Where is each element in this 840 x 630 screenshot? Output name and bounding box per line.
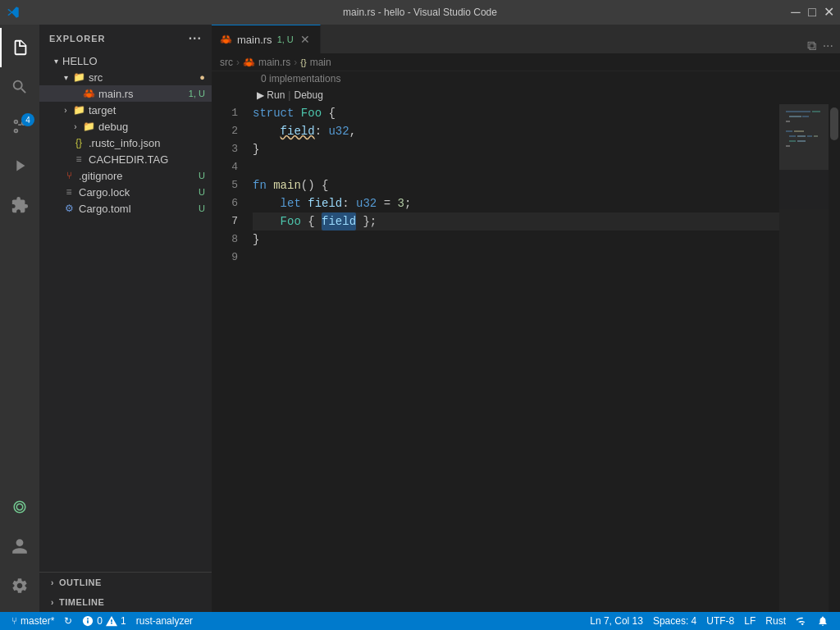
- folder-hello-label: HELLO: [62, 55, 212, 67]
- activity-settings[interactable]: [0, 566, 39, 605]
- tab-bar-actions: ⧉ ···: [801, 39, 840, 53]
- tree-item-cargo-lock[interactable]: › ≡ Cargo.lock U: [39, 184, 212, 200]
- folder-icon: 📁: [72, 103, 85, 116]
- branch-name: master*: [21, 615, 54, 627]
- code-line-2: field : u32 ,: [253, 122, 779, 140]
- bell-icon: [817, 615, 829, 627]
- outline-section[interactable]: › OUTLINE: [39, 573, 212, 592]
- status-position[interactable]: Ln 7, Col 13: [585, 612, 648, 630]
- encoding-label: UTF-8: [706, 615, 734, 627]
- minimap: [779, 104, 829, 612]
- timeline-section[interactable]: › TIMELINE: [39, 592, 212, 612]
- line-num-4: 4: [212, 158, 246, 176]
- more-actions-button[interactable]: ···: [823, 39, 833, 53]
- tree-item-rustc-info[interactable]: › {} .rustc_info.json: [39, 135, 212, 151]
- activity-extensions[interactable]: [0, 185, 39, 225]
- sidebar-more-button[interactable]: ···: [189, 31, 202, 46]
- line-numbers: 1 2 3 4 5 6 7 8 9: [212, 104, 253, 612]
- warning-count: 1: [121, 615, 126, 627]
- maximize-button[interactable]: □: [807, 7, 817, 17]
- code-line-4: [253, 158, 779, 176]
- tree-item-hello[interactable]: ▾ HELLO: [39, 52, 212, 69]
- timeline-label: TIMELINE: [59, 597, 104, 607]
- code-editor[interactable]: 1 2 3 4 5 6 7 8 9 struct Foo {: [212, 104, 840, 612]
- cargo-toml-badge: U: [199, 203, 205, 213]
- scrollbar-thumb[interactable]: [830, 107, 838, 140]
- split-editor-button[interactable]: ⧉: [807, 39, 816, 53]
- line-num-5: 5: [212, 176, 246, 194]
- type-foo: Foo: [301, 104, 322, 122]
- breadcrumb-sep1: ›: [236, 57, 240, 68]
- status-branch[interactable]: ⑂ master*: [7, 612, 59, 630]
- breadcrumb-symbol[interactable]: {} main: [300, 57, 331, 68]
- status-language-server[interactable]: rust-analyzer: [131, 612, 198, 630]
- search-icon: [11, 78, 29, 96]
- cargo-lock-label: Cargo.lock: [79, 186, 199, 199]
- debug-folder-label: debug: [98, 121, 212, 133]
- status-errors-warnings[interactable]: 0 1: [77, 612, 130, 630]
- breadcrumb-file[interactable]: 🦀 main.rs: [243, 57, 290, 68]
- minimize-button[interactable]: ─: [791, 7, 801, 17]
- tab-main-rs[interactable]: 🦀 main.rs 1, U ✕: [212, 25, 321, 53]
- main-rs-label: main.rs: [98, 88, 189, 100]
- source-control-badge: 4: [21, 113, 34, 126]
- tree-item-cargo-toml[interactable]: › ⚙ Cargo.toml U: [39, 200, 212, 217]
- scrollbar[interactable]: [829, 104, 840, 612]
- folder-icon: 📁: [72, 71, 85, 84]
- activity-explorer[interactable]: [0, 28, 39, 67]
- cargo-lock-badge: U: [199, 187, 205, 197]
- field-ident-squiggly: field: [281, 122, 315, 140]
- chevron-right-icon: ›: [59, 103, 72, 116]
- activity-source-control[interactable]: 4: [0, 107, 39, 146]
- breadcrumb-symbol-label: main: [310, 57, 331, 68]
- tab-close-button[interactable]: ✕: [299, 33, 312, 46]
- tree-item-gitignore[interactable]: › ⑂ .gitignore U: [39, 167, 212, 184]
- code-line-9: [253, 249, 779, 267]
- line-num-6: 6: [212, 194, 246, 212]
- status-notifications[interactable]: [812, 612, 833, 630]
- tree-item-cachedir[interactable]: › ≡ CACHEDIR.TAG: [39, 151, 212, 167]
- spaces-label: Spaces: 4: [653, 615, 696, 627]
- src-dirty-badge: ●: [199, 72, 205, 82]
- titlebar: main.rs - hello - Visual Studio Code ─ □…: [0, 0, 840, 25]
- keyword-struct: struct: [253, 104, 294, 122]
- status-spaces[interactable]: Spaces: 4: [648, 612, 701, 630]
- activity-search[interactable]: [0, 67, 39, 107]
- line-ending-label: LF: [744, 615, 756, 627]
- run-button[interactable]: ▶ Run: [257, 89, 285, 101]
- activity-run-debug[interactable]: [0, 146, 39, 185]
- run-debug-separator: |: [288, 89, 290, 101]
- tree-item-debug[interactable]: › 📁 debug: [39, 118, 212, 135]
- tree-item-src[interactable]: ▾ 📁 src ●: [39, 69, 212, 85]
- rust-tab-icon: 🦀: [220, 34, 232, 45]
- code-content[interactable]: struct Foo { field : u32 , }: [253, 104, 779, 612]
- status-encoding[interactable]: UTF-8: [701, 612, 739, 630]
- folder-icon: 📁: [82, 120, 95, 133]
- type-u32: u32: [328, 122, 349, 140]
- fn-name-main: main: [273, 176, 301, 194]
- run-debug-bar: ▶ Run | Debug: [212, 86, 840, 104]
- field-ident-let: field: [308, 194, 342, 212]
- cache-icon: ≡: [72, 153, 85, 166]
- debug-button[interactable]: Debug: [294, 89, 322, 101]
- tree-item-target[interactable]: › 📁 target: [39, 102, 212, 118]
- status-sync[interactable]: ↻: [59, 612, 77, 630]
- account-icon: [11, 537, 29, 555]
- status-remote-icon[interactable]: [791, 612, 812, 630]
- breadcrumb-src[interactable]: src: [220, 57, 233, 68]
- rust-file-icon: 🦀: [82, 87, 95, 100]
- tree-item-main-rs[interactable]: › 🦀 main.rs 1, U: [39, 85, 212, 102]
- sidebar-bottom: › OUTLINE › TIMELINE: [39, 572, 212, 612]
- code-line-5: fn main () {: [253, 176, 779, 194]
- status-language[interactable]: Rust: [760, 612, 791, 630]
- close-button[interactable]: ✕: [824, 7, 833, 17]
- code-line-6: let field : u32 = 3 ;: [253, 194, 779, 212]
- status-line-ending[interactable]: LF: [739, 612, 760, 630]
- minimap-viewport: [779, 104, 829, 170]
- activity-account[interactable]: [0, 527, 39, 566]
- keyword-let: let: [281, 194, 301, 212]
- activity-remote[interactable]: [0, 487, 39, 527]
- broadcast-icon: [796, 615, 807, 627]
- line-num-7: 7: [212, 212, 246, 231]
- language-label: Rust: [765, 615, 786, 627]
